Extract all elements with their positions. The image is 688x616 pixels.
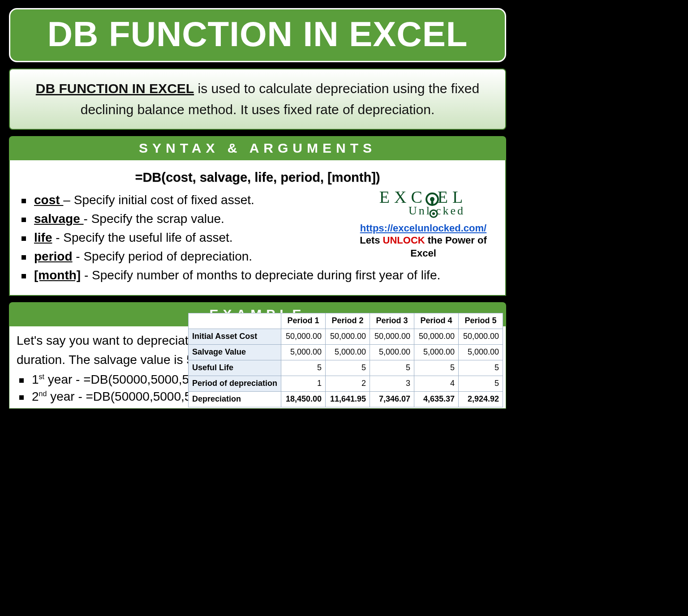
- logo-tagline: Lets UNLOCK the Power of Excel: [354, 234, 493, 260]
- table-header: Period 3: [370, 313, 414, 329]
- section-header-syntax: SYNTAX & ARGUMENTS: [9, 136, 506, 160]
- logo-sub: Unlcked: [354, 204, 493, 218]
- table-header: Period 4: [414, 313, 459, 329]
- svg-point-4: [432, 212, 435, 215]
- logo-link[interactable]: https://excelunlocked.com/: [354, 222, 493, 234]
- table-header-row: Period 1 Period 2 Period 3 Period 4 Peri…: [188, 313, 503, 329]
- example-table: Period 1 Period 2 Period 3 Period 4 Peri…: [188, 313, 503, 407]
- table-row: Initial Asset Cost 50,000.00 50,000.00 5…: [188, 329, 503, 344]
- table-row: Useful Life 5 5 5 5 5: [188, 360, 503, 376]
- svg-rect-2: [431, 201, 433, 204]
- table-corner: [188, 313, 281, 329]
- table-row: Period of depreciation 1 2 3 4 5: [188, 376, 503, 391]
- table-header: Period 1: [281, 313, 326, 329]
- table-row: Salvage Value 5,000.00 5,000.00 5,000.00…: [188, 344, 503, 360]
- arg-item: [month] - Specify number of months to de…: [19, 268, 496, 282]
- section-body-example: Let's say you want to depreciate an asse…: [9, 326, 506, 409]
- table-row: Depreciation 18,450.00 11,641.95 7,346.0…: [188, 391, 503, 407]
- intro-box: DB FUNCTION IN EXCEL is used to calculat…: [9, 68, 506, 130]
- section-body-syntax: =DB(cost, salvage, life, period, [month]…: [9, 160, 506, 296]
- table-header: Period 2: [326, 313, 370, 329]
- page-title-bar: DB FUNCTION IN EXCEL: [9, 8, 506, 62]
- intro-emphasis: DB FUNCTION IN EXCEL: [36, 81, 194, 96]
- table-header: Period 5: [459, 313, 503, 329]
- logo-block: EXCEL Unlcked https://excelunlocked.com/…: [354, 187, 493, 260]
- page-title: DB FUNCTION IN EXCEL: [10, 14, 505, 55]
- formula-text: =DB(cost, salvage, life, period, [month]…: [19, 170, 496, 185]
